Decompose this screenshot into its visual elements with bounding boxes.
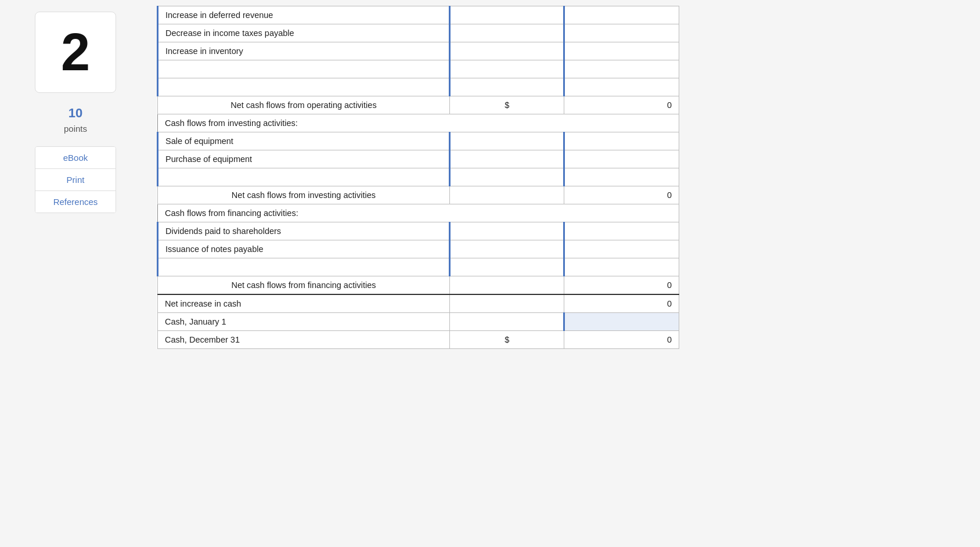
section-label: Cash flows from financing activities: [158,204,679,222]
section-label: Cash flows from investing activities: [158,114,679,132]
input-cell[interactable] [449,132,564,150]
amount-input[interactable] [457,46,557,56]
input-cell[interactable] [449,6,564,24]
points-section: 10 points [64,105,87,135]
table-row: Dividends paid to shareholders [158,222,679,240]
subtotal-label: Net cash flows from operating activities [158,96,450,114]
question-number-box: 2 [35,12,116,93]
table-row: Issuance of notes payable [158,240,679,258]
row-label [158,78,450,96]
table-row: Sale of equipment [158,132,679,150]
amount-input[interactable] [457,82,557,92]
subtotal-value: 0 [564,96,679,114]
cash-flow-table: Increase in deferred revenue Decrease in… [157,6,679,349]
cash-jan-input[interactable] [572,317,672,326]
amount-input[interactable] [457,28,557,38]
investing-section-header: Cash flows from investing activities: [158,114,679,132]
amount-input[interactable] [457,10,557,20]
subtotal-value: 0 [564,186,679,204]
table-row: Purchase of equipment [158,150,679,168]
main-content: Increase in deferred revenue Decrease in… [151,0,980,547]
row-label [158,258,450,276]
net-increase-value: 0 [564,294,679,313]
subtotal-label: Net cash flows from financing activities [158,276,450,295]
row-label: Increase in inventory [158,42,450,60]
row-label: Increase in deferred revenue [158,6,450,24]
input-cell[interactable] [449,42,564,60]
amount-input[interactable] [457,172,557,182]
investing-subtotal-row: Net cash flows from investing activities… [158,186,679,204]
table-row [158,78,679,96]
input-cell[interactable] [449,60,564,78]
table-row: Increase in deferred revenue [158,6,679,24]
input-cell[interactable] [449,168,564,186]
input-cell[interactable] [449,78,564,96]
amount-input[interactable] [457,154,557,164]
cash-jan-row: Cash, January 1 [158,313,679,331]
row-label: Dividends paid to shareholders [158,222,450,240]
amount-input[interactable] [457,136,557,146]
amount-input[interactable] [457,244,557,254]
row-label: Net increase in cash [158,294,450,313]
subtotal-label: Net cash flows from investing activities [158,186,450,204]
amount-input[interactable] [457,226,557,236]
row-label [158,168,450,186]
sidebar-links: eBook Print References [35,146,116,213]
input-cell[interactable] [449,24,564,42]
print-link[interactable]: Print [35,169,116,191]
dollar-sign: $ [449,331,564,349]
financing-subtotal-row: Net cash flows from financing activities… [158,276,679,295]
points-label: points [64,123,87,135]
row-label: Cash, January 1 [158,313,450,331]
references-link[interactable]: References [35,191,116,213]
row-label [158,60,450,78]
table-row [158,168,679,186]
amount-input[interactable] [457,64,557,74]
table-row [158,60,679,78]
financing-section-header: Cash flows from financing activities: [158,204,679,222]
table-row [158,258,679,276]
input-cell[interactable] [449,222,564,240]
cash-dec-row: Cash, December 31 $ 0 [158,331,679,349]
cash-dec-value: 0 [564,331,679,349]
amount-input[interactable] [457,262,557,272]
net-increase-row: Net increase in cash 0 [158,294,679,313]
input-cell[interactable] [449,150,564,168]
ebook-link[interactable]: eBook [35,147,116,169]
row-label: Decrease in income taxes payable [158,24,450,42]
points-value: 10 [64,105,87,123]
input-cell[interactable] [449,258,564,276]
table-row: Increase in inventory [158,42,679,60]
question-number: 2 [61,26,90,78]
subtotal-value: 0 [564,276,679,295]
operating-subtotal-row: Net cash flows from operating activities… [158,96,679,114]
row-label: Purchase of equipment [158,150,450,168]
table-row: Decrease in income taxes payable [158,24,679,42]
input-cell[interactable] [449,240,564,258]
row-label: Cash, December 31 [158,331,450,349]
cash-jan-input-cell[interactable] [564,313,679,331]
row-label: Issuance of notes payable [158,240,450,258]
row-label: Sale of equipment [158,132,450,150]
dollar-sign: $ [449,96,564,114]
sidebar: 2 10 points eBook Print References [0,0,151,547]
